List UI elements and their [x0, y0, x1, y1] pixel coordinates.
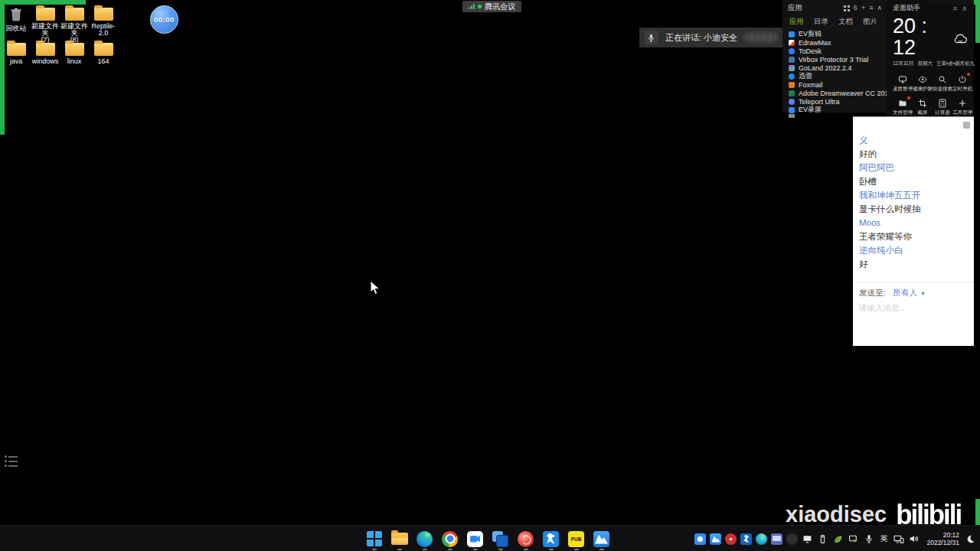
shortcut-screenshot[interactable]: 截屏 — [913, 98, 933, 116]
app-list-item[interactable]: EdrawMax — [782, 38, 887, 47]
shortcut-tool-manager[interactable]: 工具管理 — [952, 98, 972, 116]
desktop-icon-windows[interactable]: windows — [31, 40, 60, 65]
app-list-item[interactable]: Virbox Protector 3 Trial — [782, 55, 887, 64]
tray-browser-icon[interactable] — [756, 533, 767, 545]
weather-cloud-icon[interactable] — [952, 31, 969, 44]
chat-message: 王者荣耀等你 — [859, 230, 969, 243]
folder-icon — [65, 8, 84, 21]
app-list-item[interactable]: Foxmail — [782, 80, 887, 89]
folder-icon — [94, 43, 113, 56]
guard-figure-icon — [543, 531, 559, 547]
desktop-icon-folder-8[interactable]: 新建文件夹(8) — [60, 5, 89, 44]
windows-logo-icon — [367, 531, 382, 546]
desktop-icon-recycle-bin[interactable]: 回收站 — [2, 5, 31, 44]
chat-message: 好 — [859, 257, 969, 271]
tray-monitor-app-icon[interactable] — [771, 533, 782, 545]
lunar-date: 壬寅•虎•腊月初九 — [936, 60, 975, 67]
folder-icon — [65, 43, 84, 56]
tray-tencent-meeting-icon[interactable] — [694, 533, 706, 545]
chrome-browser-button[interactable] — [441, 529, 459, 549]
mountain-app-button[interactable] — [593, 529, 610, 549]
app-launcher-panel: 应用 6 + ≡ ∧ 应用 目录 文档 图片 EV剪辑 EdrawMax ToD… — [782, 0, 887, 112]
weekday-value: 星期六 — [917, 60, 933, 67]
assistant-header-icons[interactable]: ≡ ∧ — [953, 5, 969, 12]
launcher-title: 应用 — [788, 3, 802, 13]
leaf-icon[interactable] — [832, 533, 844, 545]
display-icon[interactable] — [802, 533, 813, 545]
speaker-icon[interactable] — [908, 533, 920, 545]
tray-red-flower-icon[interactable] — [725, 533, 737, 545]
meeting-timer[interactable]: 00:00 — [150, 5, 178, 34]
tray-mountain-app-icon[interactable] — [710, 533, 721, 545]
pubg-app-button[interactable]: PUB — [567, 529, 585, 549]
menu-icon[interactable]: ≡ — [869, 5, 873, 11]
edge-browser-button[interactable] — [416, 529, 433, 549]
chat-message: 阿巴阿巴 — [859, 161, 969, 174]
tab-pictures[interactable]: 图片 — [863, 17, 877, 27]
recycle-bin-icon — [8, 6, 24, 23]
desktop-icon-linux[interactable]: linux — [60, 40, 89, 65]
screen-cast-icon[interactable] — [848, 533, 859, 545]
collapse-icon[interactable]: ∧ — [877, 5, 882, 11]
clock-display: 20 : 12 — [893, 15, 952, 58]
desktop-icon-folder-7[interactable]: 新建文件夹(7) — [31, 5, 60, 44]
grid-view-icon[interactable] — [844, 5, 850, 11]
desktop-icon-164[interactable]: 164 — [89, 40, 118, 65]
calculator-icon — [938, 98, 948, 108]
icon-label: java — [10, 58, 23, 65]
tab-directory[interactable]: 目录 — [814, 17, 828, 27]
shortcut-file-manager[interactable]: 文件管理 — [893, 98, 913, 116]
pc-phone-icon[interactable] — [893, 533, 904, 545]
tab-documents[interactable]: 文档 — [838, 17, 853, 27]
tray-guard-app-icon[interactable] — [740, 533, 752, 545]
icon-label: 新建文件夹 — [31, 23, 60, 37]
meeting-camera-icon — [467, 531, 483, 547]
desktop-icon-java[interactable]: java — [2, 40, 31, 65]
system-tray: 英 20:12 2022/12/31 — [694, 526, 976, 551]
app-list-item[interactable]: Adobe Dreamweaver CC 2019 — [782, 89, 887, 97]
folder-icon — [898, 98, 908, 108]
shortcut-quick-search[interactable]: 快捷搜索 — [933, 74, 952, 93]
app-list-item[interactable]: 迅雷 — [782, 72, 887, 80]
shortcut-desktop-organize[interactable]: 桌面整理 — [893, 74, 913, 93]
tray-dark-app-icon[interactable] — [786, 533, 798, 545]
chat-message: Moos — [859, 216, 969, 230]
send-to-selector[interactable]: 所有人 — [893, 288, 917, 298]
shortcut-timed-shutdown[interactable]: 定时关机 — [952, 74, 972, 93]
app-list-item[interactable]: ToDesk — [782, 47, 887, 55]
search-icon — [938, 74, 948, 84]
app-list-item[interactable]: EV剪辑 — [782, 30, 887, 38]
desktop-icon-reptile[interactable]: Reptile-2.0 — [89, 5, 118, 44]
signal-bars-icon — [469, 4, 475, 9]
add-icon[interactable]: + — [861, 5, 865, 11]
notification-badge — [907, 96, 910, 99]
chat-message-input[interactable] — [859, 303, 966, 312]
chevron-down-icon[interactable]: ▼ — [920, 291, 926, 296]
red-snail-app-button[interactable] — [517, 529, 534, 549]
eye-icon — [918, 74, 928, 84]
night-mode-moon-icon[interactable] — [965, 533, 976, 545]
file-explorer-button[interactable] — [390, 529, 408, 549]
tab-apps[interactable]: 应用 — [789, 17, 804, 27]
list-toggle-icon[interactable] — [5, 455, 18, 467]
vmware-button[interactable] — [492, 529, 509, 549]
blue-guard-app-button[interactable] — [542, 529, 560, 549]
chat-panel-icon[interactable] — [963, 122, 970, 129]
shortcut-eye-care[interactable]: 健康护眼 — [913, 74, 933, 93]
monitor-icon — [898, 74, 908, 84]
meeting-title-bar[interactable]: 腾讯会议 — [462, 1, 521, 12]
shortcut-calculator[interactable]: 计算器 — [933, 98, 952, 116]
launcher-tabs: 应用 目录 文档 图片 — [782, 15, 887, 29]
ime-language-indicator[interactable]: 英 — [878, 533, 889, 544]
taskbar-date: 2022/12/31 — [926, 539, 959, 546]
app-list-item[interactable]: EV录屏 — [782, 106, 887, 114]
usb-device-icon[interactable] — [817, 533, 828, 545]
tencent-meeting-button[interactable] — [466, 529, 484, 549]
start-button[interactable] — [365, 529, 383, 549]
taskbar-clock[interactable]: 20:12 2022/12/31 — [923, 531, 959, 546]
icon-label: Reptile-2.0 — [89, 23, 118, 37]
meeting-app-title: 腾讯会议 — [485, 2, 515, 12]
app-icon — [789, 65, 795, 71]
app-icon — [789, 107, 795, 113]
tray-microphone-icon[interactable] — [863, 533, 874, 545]
